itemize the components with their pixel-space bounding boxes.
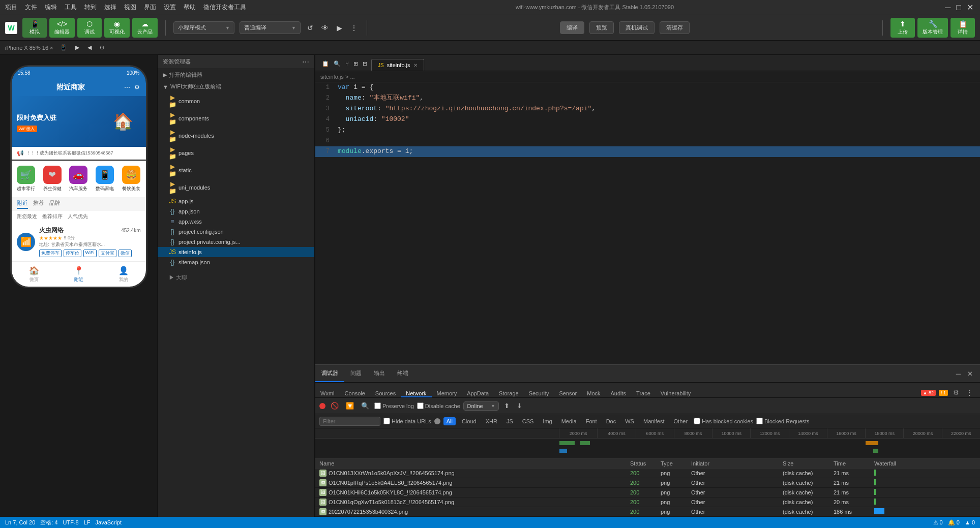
devtools-minimize-icon[interactable]: ─ (954, 369, 963, 379)
tree-node-modules[interactable]: ▶ 📁 node-modules (158, 127, 314, 144)
cloud-button[interactable]: ☁ 云产品 (132, 18, 158, 38)
device-back-icon[interactable]: ◀ (86, 43, 93, 52)
network-row-3[interactable]: 🖼 O1CN01qOgXwT1o5k01813cZ_!!2064565174.p… (315, 498, 980, 507)
menu-goto[interactable]: 转到 (84, 3, 97, 12)
blocked-requests-checkbox[interactable] (756, 418, 763, 424)
devtools-tab-problems[interactable]: 问题 (344, 365, 368, 382)
col-header-type[interactable]: Type (661, 460, 691, 467)
tab-mock[interactable]: Mock (582, 390, 605, 397)
compile-button[interactable]: 编译 (560, 21, 584, 34)
devtools-tab-debugger[interactable]: 调试器 (315, 365, 344, 382)
filter-input[interactable] (319, 417, 380, 426)
tab-storage[interactable]: Storage (494, 390, 524, 397)
device-mobile-icon[interactable]: 📱 (58, 43, 69, 52)
tree-project-config[interactable]: {} project.config.json (158, 227, 314, 237)
preview-button2[interactable]: 预览 (589, 21, 614, 34)
blocked-cookies-label[interactable]: Has blocked cookies (694, 418, 753, 424)
menu-interface[interactable]: 界面 (144, 3, 156, 12)
tab-memory[interactable]: Memory (432, 390, 462, 397)
file-panel-more-icon[interactable]: ⋯ (302, 58, 309, 66)
col-header-name[interactable]: Name (319, 460, 630, 467)
tree-components[interactable]: ▶ 📁 components (158, 110, 314, 127)
editor-button[interactable]: </> 编辑器 (49, 18, 75, 38)
network-row-1[interactable]: 🖼 O1CN01plRqPs1o5k0A4ELS0_!!2064565174.p… (315, 478, 980, 488)
tree-large[interactable]: ▶ 大聊 (158, 272, 314, 283)
phone-grid-item-1[interactable]: ❤ 养生保健 (40, 166, 64, 192)
preview-icon-button[interactable]: 👁 (320, 22, 330, 34)
filter-font[interactable]: Font (583, 417, 600, 425)
col-header-time[interactable]: Time (834, 460, 874, 467)
details-button[interactable]: 📋 详情 (951, 18, 975, 38)
tab-network[interactable]: Network (401, 390, 431, 397)
filter-all[interactable]: All (443, 417, 456, 425)
filter-doc[interactable]: Doc (603, 417, 619, 425)
preserve-log-label[interactable]: Preserve log (374, 402, 414, 409)
tab-sensor[interactable]: Sensor (554, 390, 582, 397)
tab-wxml[interactable]: Wxml (315, 390, 340, 397)
tree-uni-modules[interactable]: ▶ 📁 uni_modules (158, 179, 314, 196)
filter-cloud[interactable]: Cloud (459, 417, 480, 425)
minimize-icon[interactable]: ─ (943, 3, 952, 12)
code-tab-icon-copy[interactable]: 📋 (320, 59, 331, 69)
close-icon[interactable]: ✕ (965, 3, 975, 12)
phone-nav-mine[interactable]: 👤 我的 (101, 264, 146, 285)
disable-cache-checkbox[interactable] (417, 402, 424, 409)
tree-app-js[interactable]: JS app.js (158, 196, 314, 206)
menu-project[interactable]: 项目 (5, 3, 17, 12)
code-tab-icon-search[interactable]: 🔍 (332, 59, 342, 69)
window-controls[interactable]: ─ □ ✕ (943, 3, 975, 12)
tree-sitemap[interactable]: {} sitemap.json (158, 257, 314, 267)
blocked-requests-label[interactable]: Blocked Requests (756, 418, 810, 424)
phone-tab-brand[interactable]: 品牌 (49, 199, 61, 209)
clear-network-button[interactable]: 🚫 (329, 401, 341, 411)
tab-sources[interactable]: Sources (370, 390, 401, 397)
tab-vulnerability[interactable]: Vulnerability (656, 390, 696, 397)
phone-subtab-popular[interactable]: 人气优先 (68, 213, 88, 220)
phone-grid-item-2[interactable]: 🚗 汽车服务 (67, 166, 91, 192)
disable-cache-label[interactable]: Disable cache (417, 402, 460, 409)
col-header-initiator[interactable]: Initiator (691, 460, 783, 467)
code-tab-icon-grid[interactable]: ⊞ (352, 59, 360, 69)
tree-pages[interactable]: ▶ 📁 pages (158, 144, 314, 162)
tree-app-wxss[interactable]: ≡ app.wxss (158, 216, 314, 227)
tab-security[interactable]: Security (524, 390, 554, 397)
hide-data-urls-checkbox[interactable] (383, 418, 390, 424)
menu-bar[interactable]: 项目 文件 编辑 工具 转到 选择 视图 界面 设置 帮助 微信开发者工具 (5, 3, 246, 12)
phone-nav-nearby[interactable]: 📍 附近 (56, 264, 101, 285)
filter-media[interactable]: Media (558, 417, 580, 425)
phone-subtab-nearest[interactable]: 距您最近 (17, 213, 37, 220)
throttle-select[interactable]: Online ▼ (463, 401, 499, 411)
tree-siteinfo[interactable]: JS siteinfo.js (158, 247, 314, 257)
phone-nav-home[interactable]: 🏠 微页 (12, 264, 56, 285)
phone-tab-recommend[interactable]: 推荐 (33, 199, 44, 209)
device-home-icon[interactable]: ⊙ (98, 43, 106, 52)
filter-img[interactable]: Img (540, 417, 555, 425)
code-editor[interactable]: 1 var i = { 2 name: "本地互联wifi", 3 sitero… (315, 82, 980, 364)
simulate-button[interactable]: 📱 模拟 (22, 18, 47, 38)
filter-manifest[interactable]: Manifest (640, 417, 668, 425)
devtools-more-icon[interactable]: ⋮ (964, 388, 975, 397)
menu-help[interactable]: 帮助 (184, 3, 196, 12)
devtools-tab-terminal[interactable]: 终端 (391, 365, 414, 382)
wifi-project-section[interactable]: ▼ WIFI大师独立版前端 (158, 81, 314, 92)
code-tab-icon-filter[interactable]: ⊟ (361, 59, 369, 69)
devtools-tab-output[interactable]: 输出 (368, 365, 391, 382)
preserve-log-checkbox[interactable] (374, 402, 381, 409)
upload-button[interactable]: ⬆ 上传 (890, 18, 915, 38)
filter-js[interactable]: JS (503, 417, 516, 425)
network-filter-icon[interactable]: 🔽 (344, 401, 356, 411)
menu-settings[interactable]: 设置 (164, 3, 176, 12)
compile-select[interactable]: 普通编译 ▼ (240, 21, 301, 34)
tree-static[interactable]: ▶ 📁 static (158, 162, 314, 179)
network-row-2[interactable]: 🖼 O1CN01KHil6C1o5k05KYL8C_!!2064565174.p… (315, 488, 980, 498)
code-tab-close-icon[interactable]: ✕ (413, 63, 418, 68)
filter-ws[interactable]: WS (622, 417, 637, 425)
import-button[interactable]: ⬆ (502, 401, 512, 411)
more-icon-button[interactable]: ⋮ (349, 22, 359, 34)
col-header-size[interactable]: Size (783, 460, 834, 467)
debug-button[interactable]: ⬡ 调试 (77, 18, 102, 38)
phone-grid-item-0[interactable]: 🛒 超市零行 (14, 166, 38, 192)
tab-audits[interactable]: Audits (606, 390, 632, 397)
filter-other[interactable]: Other (671, 417, 691, 425)
menu-tools[interactable]: 工具 (65, 3, 77, 12)
